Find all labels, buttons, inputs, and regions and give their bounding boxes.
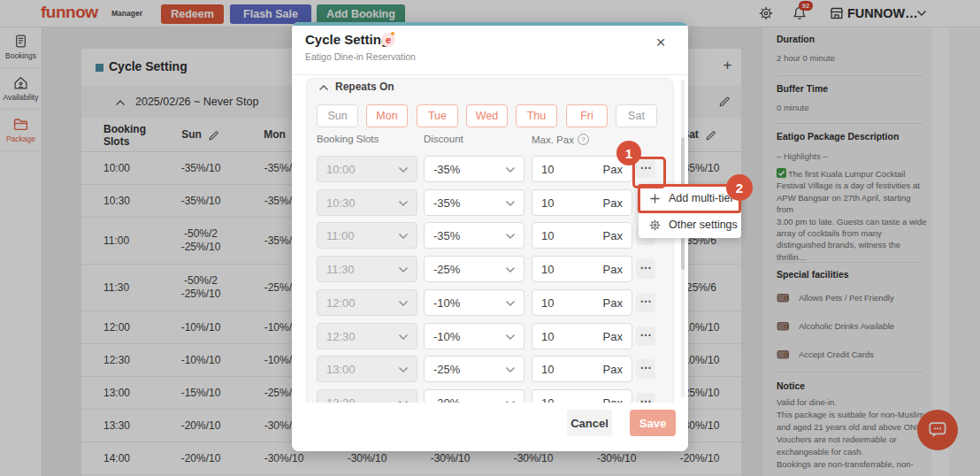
- repeats-on-label: Repeats On: [335, 81, 394, 93]
- discount-value: -25%: [433, 363, 460, 376]
- chevron-down-icon: [505, 166, 516, 173]
- modal-body: Repeats On Booking Slots Discount Max. P…: [292, 75, 688, 403]
- annotation-step-2: 2: [726, 174, 753, 201]
- booking-slot-value: 12:00: [326, 296, 356, 310]
- booking-slot-value: 13:30: [326, 396, 356, 403]
- max-pax-input[interactable]: 10Pax: [532, 289, 632, 316]
- repeat-day-sun[interactable]: Sun: [317, 104, 358, 127]
- booking-slot-select[interactable]: 10:00: [317, 156, 417, 182]
- chevron-down-icon: [505, 233, 516, 240]
- max-pax-unit: Pax: [603, 296, 623, 310]
- repeat-day-sat[interactable]: Sat: [616, 104, 657, 127]
- chevron-down-icon: [505, 200, 516, 207]
- booking-slot-value: 13:00: [326, 363, 356, 376]
- booking-slot-select[interactable]: 11:00: [317, 222, 417, 249]
- booking-slot-select[interactable]: 11:30: [317, 256, 417, 282]
- max-pax-value: 10: [541, 296, 554, 310]
- discount-value: -30%: [433, 396, 460, 403]
- max-pax-input[interactable]: 10Pax: [532, 189, 632, 216]
- chevron-down-icon: [505, 366, 516, 373]
- max-pax-input[interactable]: 10Pax: [532, 222, 632, 249]
- menu-item-label: Other settings: [669, 219, 738, 231]
- booking-slot-select[interactable]: 10:30: [317, 189, 417, 216]
- gear-icon: [649, 219, 661, 231]
- modal-footer: Cancel Save: [292, 403, 688, 451]
- booking-slot-select[interactable]: 12:00: [317, 289, 417, 316]
- max-pax-value: 10: [541, 229, 554, 242]
- max-pax-input[interactable]: 10Pax: [532, 389, 632, 403]
- close-icon[interactable]: ×: [651, 33, 670, 52]
- max-pax-input[interactable]: 10Pax: [532, 323, 632, 349]
- discount-select[interactable]: -30%: [424, 389, 524, 403]
- max-pax-input[interactable]: 10Pax: [532, 156, 632, 182]
- discount-select[interactable]: -25%: [424, 356, 524, 382]
- row-more-button[interactable]: ⋯: [636, 293, 655, 312]
- max-pax-input[interactable]: 10Pax: [532, 356, 632, 382]
- eatigo-icon: e: [381, 33, 395, 47]
- save-button[interactable]: Save: [630, 410, 676, 436]
- booking-slot-value: 10:00: [326, 163, 356, 176]
- modal-subtitle: Eatigo Dine-in Reservation: [305, 51, 416, 62]
- max-pax-unit: Pax: [603, 196, 623, 210]
- repeat-day-mon[interactable]: Mon: [366, 104, 408, 127]
- repeat-day-tue[interactable]: Tue: [417, 104, 458, 127]
- max-pax-value: 10: [541, 163, 554, 176]
- discount-column-label: Discount: [424, 134, 463, 144]
- booking-slots-column-label: Booking Slots: [317, 134, 379, 144]
- row-more-button[interactable]: ⋯: [636, 393, 655, 403]
- repeat-day-wed[interactable]: Wed: [466, 104, 508, 127]
- booking-slot-value: 11:00: [326, 229, 355, 242]
- discount-value: -10%: [433, 296, 460, 310]
- max-pax-unit: Pax: [603, 330, 623, 343]
- max-pax-unit: Pax: [603, 229, 623, 242]
- discount-select[interactable]: -35%: [424, 156, 524, 182]
- row-more-button[interactable]: ⋯: [636, 259, 655, 279]
- discount-value: -35%: [433, 163, 460, 176]
- repeat-day-fri[interactable]: Fri: [566, 104, 608, 127]
- booking-slot-value: 10:30: [326, 196, 356, 210]
- chevron-down-icon: [398, 300, 409, 307]
- discount-select[interactable]: -10%: [424, 323, 524, 349]
- cycle-setting-modal: Cycle Setting e Eatigo Dine-in Reservati…: [292, 22, 688, 451]
- chevron-down-icon: [505, 266, 516, 273]
- discount-value: -10%: [433, 330, 460, 343]
- repeat-day-thu[interactable]: Thu: [516, 104, 557, 127]
- max-pax-input[interactable]: 10Pax: [532, 256, 632, 282]
- booking-slot-select[interactable]: 13:00: [317, 356, 417, 382]
- discount-value: -35%: [433, 196, 460, 210]
- booking-slot-select[interactable]: 12:30: [317, 323, 417, 349]
- row-more-button[interactable]: ⋯: [636, 359, 655, 379]
- max-pax-label-text: Max. Pax: [532, 134, 574, 145]
- max-pax-column-label: Max. Pax ?: [532, 134, 589, 145]
- discount-select[interactable]: -35%: [424, 189, 524, 216]
- chevron-down-icon: [398, 166, 409, 173]
- max-pax-value: 10: [541, 396, 554, 403]
- max-pax-unit: Pax: [603, 163, 623, 176]
- max-pax-unit: Pax: [603, 396, 623, 403]
- booking-slot-select[interactable]: 13:30: [317, 389, 417, 403]
- max-pax-unit: Pax: [603, 263, 623, 276]
- max-pax-unit: Pax: [603, 363, 623, 376]
- annotation-step-1: 1: [616, 141, 641, 165]
- row-more-button[interactable]: ⋯: [636, 326, 655, 346]
- discount-select[interactable]: -25%: [424, 256, 524, 282]
- max-pax-value: 10: [541, 363, 554, 376]
- modal-title: Cycle Setting: [305, 32, 389, 47]
- help-icon[interactable]: ?: [578, 134, 589, 145]
- booking-slot-value: 11:30: [326, 263, 355, 276]
- chevron-down-icon: [398, 233, 409, 240]
- chevron-down-icon: [505, 300, 516, 307]
- chevron-up-icon[interactable]: [318, 84, 329, 91]
- chevron-down-icon: [398, 200, 409, 207]
- cancel-button[interactable]: Cancel: [567, 410, 612, 436]
- chevron-down-icon: [398, 266, 409, 273]
- max-pax-value: 10: [541, 196, 554, 210]
- discount-value: -35%: [433, 229, 460, 242]
- menu-item-other-settings[interactable]: Other settings: [639, 211, 741, 238]
- discount-select[interactable]: -10%: [424, 289, 524, 316]
- chevron-down-icon: [398, 334, 409, 341]
- chevron-down-icon: [398, 366, 409, 373]
- max-pax-value: 10: [541, 330, 554, 343]
- discount-select[interactable]: -35%: [424, 222, 524, 249]
- modal-top-strip: [292, 22, 688, 26]
